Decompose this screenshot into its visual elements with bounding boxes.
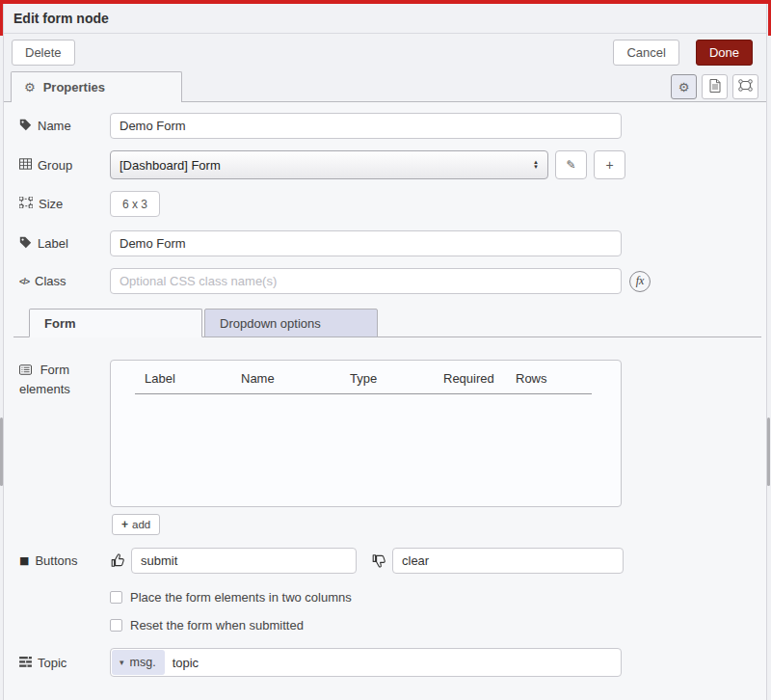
form-elements-editor: Label Name Type Required Rows + add [110,360,622,548]
clear-button-input[interactable] [392,548,624,574]
code-icon: </> [19,277,29,286]
tag-icon [19,119,32,134]
group-label: Group [19,158,110,173]
topic-label: Topic [19,656,110,670]
column-header: Type [350,371,443,386]
cancel-button[interactable]: Cancel [613,40,678,66]
plus-icon: + [605,157,613,173]
column-header: Label [145,371,241,386]
expression-button[interactable]: fx [629,271,651,292]
document-icon [709,79,721,95]
size-button[interactable]: 6 x 3 [110,191,160,217]
buttons-row: ■ Buttons [19,548,766,574]
thumbs-down-icon [371,552,387,569]
buttons-label: ■ Buttons [19,553,110,568]
topic-row: Topic ▾ msg. topic [19,648,766,677]
size-label: Size [19,197,110,211]
class-row: </> Class fx [19,268,766,294]
group-row: Group [Dashboard] Form ▲▼ ✎ + [19,150,766,179]
app-header-red-edge-left [0,0,3,36]
select-arrows-icon: ▲▼ [533,160,539,170]
name-input[interactable] [110,113,622,139]
label-input[interactable] [110,230,622,256]
pencil-icon: ✎ [566,158,575,172]
form-elements-list[interactable]: Label Name Type Required Rows [110,360,622,507]
form-elements-label: Form elements [19,360,110,398]
tray-tab-buttons: ⚙ [671,74,758,99]
tab-properties[interactable]: ⚙ Properties [11,71,182,102]
description-button[interactable] [702,74,728,99]
table-icon [19,158,32,173]
screen: Edit form node Delete Cancel Done ⚙ Prop… [0,0,771,700]
form-subtabs: Form Dropdown options [13,309,761,337]
tray-title: Edit form node [4,4,766,34]
tag-icon [19,236,32,252]
two-columns-option: Place the form elements in two columns [110,590,766,605]
class-label: </> Class [19,274,110,288]
column-header: Required [443,371,516,386]
thumbs-up-icon [110,552,126,569]
two-columns-checkbox[interactable] [110,591,122,604]
reset-form-checkbox[interactable] [110,619,122,632]
list-alt-icon [19,363,36,378]
form-elements-row: Form elements Label Name Type Required R… [19,360,766,548]
edit-tray: Edit form node Delete Cancel Done ⚙ Prop… [3,4,767,700]
tab-form[interactable]: Form [29,309,202,337]
tray-tab-bar: ⚙ Properties ⚙ [4,70,766,102]
caret-down-icon: ▾ [120,658,124,667]
tab-dropdown-options[interactable]: Dropdown options [204,309,378,337]
properties-gear-button[interactable]: ⚙ [671,74,697,99]
class-input[interactable] [110,268,622,294]
tab-properties-label: Properties [43,80,105,94]
done-button[interactable]: Done [696,40,753,66]
checkbox-label: Place the form elements in two columns [130,590,352,605]
group-select[interactable]: [Dashboard] Form ▲▼ [110,150,548,179]
group-select-value: [Dashboard] Form [120,158,221,173]
column-header: Rows [516,371,547,386]
left-scrollbar-thumb[interactable] [0,417,3,486]
topic-type-label: msg. [130,656,156,669]
tray-toolbar: Delete Cancel Done [4,34,766,70]
reset-form-option: Reset the form when submitted [110,618,766,633]
plus-icon: + [121,518,128,531]
add-group-button[interactable]: + [594,150,625,179]
square-icon: ■ [19,554,29,567]
topic-value: topic [166,656,199,670]
size-row: Size 6 x 3 [19,191,766,217]
submit-button-input[interactable] [131,548,357,574]
tray-body: Name Group [Dashboard] Form ▲▼ [4,102,766,677]
name-row: Name [19,113,766,139]
edit-group-button[interactable]: ✎ [555,150,587,179]
object-group-icon [19,197,33,211]
topic-typed-input[interactable]: ▾ msg. topic [110,648,622,677]
right-scrollbar-thumb[interactable] [767,417,770,486]
form-elements-header: Label Name Type Required Rows [135,371,592,394]
checkbox-label: Reset the form when submitted [130,618,304,633]
app-header-red-bar [0,0,771,4]
appearance-button[interactable] [732,74,758,99]
name-label: Name [19,119,110,134]
tasks-icon [19,656,32,670]
column-header: Name [241,371,350,386]
delete-button[interactable]: Delete [12,40,75,66]
label-row: Label [19,230,766,256]
topic-type-button[interactable]: ▾ msg. [112,650,165,675]
object-group-icon [738,79,753,94]
gear-icon: ⚙ [678,80,690,94]
label-label: Label [19,236,110,252]
gear-icon: ⚙ [24,80,36,94]
add-element-button[interactable]: + add [112,514,160,535]
